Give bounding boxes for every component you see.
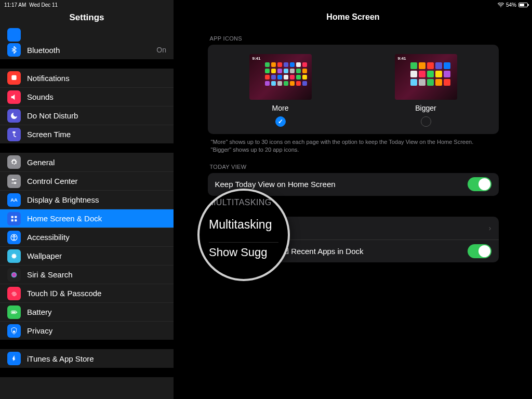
status-date: Wed Dec 11 — [29, 2, 58, 8]
sounds-icon — [7, 90, 21, 104]
sidebar-item-label: Accessibility — [27, 233, 70, 242]
today-view-toggle[interactable] — [468, 177, 491, 191]
battery-percent: 54% — [506, 2, 516, 8]
wifi-icon — [7, 28, 21, 42]
sidebar-item-label: Do Not Disturb — [27, 111, 78, 120]
sidebar-item-battery[interactable]: Battery — [0, 302, 174, 321]
sidebar-item-homescreen[interactable]: Home Screen & Dock — [0, 209, 174, 228]
privacy-icon — [7, 324, 21, 338]
magnifier-main: Multitasking — [209, 218, 278, 232]
svg-rect-18 — [17, 311, 17, 313]
radio-bigger[interactable] — [421, 116, 431, 127]
accessibility-icon — [7, 231, 21, 244]
controlcenter-icon — [7, 175, 21, 188]
sidebar-item-label: Touch ID & Passcode — [27, 289, 101, 298]
svg-rect-19 — [12, 311, 16, 313]
screentime-icon — [7, 128, 21, 141]
siri-icon — [7, 268, 21, 282]
chevron-right-icon: › — [489, 224, 491, 232]
icon-choice-bigger-label: Bigger — [415, 104, 436, 112]
svg-rect-10 — [15, 216, 17, 218]
svg-point-0 — [500, 6, 501, 7]
svg-rect-11 — [11, 219, 14, 221]
sidebar-item-sounds[interactable]: Sounds — [0, 87, 174, 106]
app-icons-header: APP ICONS — [208, 35, 499, 45]
svg-rect-12 — [15, 219, 17, 221]
sidebar-item-touchid[interactable]: Touch ID & Passcode — [0, 284, 174, 302]
sidebar-item-accessibility[interactable]: Accessibility — [0, 228, 174, 246]
homescreen-icon — [7, 212, 21, 225]
touchid-icon — [7, 287, 21, 300]
sidebar-item-wallpaper[interactable]: Wallpaper — [0, 246, 174, 265]
sidebar-item-screentime[interactable]: Screen Time — [0, 125, 174, 143]
bluetooth-icon — [7, 43, 21, 57]
app-icons-caption: "More" shows up to 30 icons on each page… — [208, 134, 499, 164]
icon-choice-more[interactable]: 9:41 More — [249, 54, 312, 127]
svg-point-14 — [14, 235, 15, 236]
svg-point-5 — [12, 179, 14, 180]
sidebar-item-controlcenter[interactable]: Control Center — [0, 171, 174, 190]
sidebar-item-bluetooth[interactable]: BluetoothOn — [0, 41, 174, 59]
magnifier-header: MULTITASKING — [209, 198, 278, 207]
magnifier-overlay: MULTITASKING Multitasking Show Sugg — [197, 189, 290, 281]
icon-choice-bigger[interactable]: 9:41 Bigger — [395, 54, 457, 127]
svg-point-3 — [14, 134, 15, 135]
sidebar-item-privacy[interactable]: Privacy — [0, 321, 174, 340]
svg-text:AA: AA — [10, 197, 18, 203]
radio-more[interactable] — [275, 116, 286, 127]
sidebar-item-label: Display & Brightness — [27, 195, 99, 204]
sidebar-item-label: Notifications — [27, 74, 70, 83]
svg-rect-2 — [12, 131, 15, 133]
sidebar-item-label: Wallpaper — [27, 251, 62, 260]
sidebar-item-appstore[interactable]: iTunes & App Store — [0, 349, 174, 368]
page-title: Home Screen — [326, 9, 379, 35]
sidebar-item-label: iTunes & App Store — [27, 354, 94, 363]
sidebar-title: Settings — [0, 9, 174, 29]
sidebar-item-siri[interactable]: Siri & Search — [0, 265, 174, 284]
sidebar-item-label: Bluetooth — [27, 46, 60, 55]
sidebar-item-label: Siri & Search — [27, 270, 73, 279]
magnifier-sub: Show Sugg — [209, 242, 278, 259]
preview-time: 9:41 — [252, 56, 261, 61]
today-view-header: TODAY VIEW — [208, 164, 499, 173]
sidebar-item-value: On — [156, 46, 166, 54]
appstore-icon — [7, 352, 21, 365]
sidebar-item-label: Home Screen & Dock — [27, 214, 102, 223]
sidebar-item-label: Privacy — [27, 326, 52, 335]
today-view-label: Keep Today View on Home Screen — [215, 180, 468, 189]
wifi-icon — [498, 3, 504, 7]
battery-icon — [7, 305, 21, 319]
svg-point-15 — [12, 254, 16, 258]
svg-point-7 — [15, 182, 16, 184]
sidebar-item-dnd[interactable]: Do Not Disturb — [0, 106, 174, 125]
general-icon — [7, 155, 21, 169]
notifications-icon — [7, 71, 21, 85]
svg-point-16 — [11, 272, 17, 277]
sidebar-item-truncated[interactable] — [0, 29, 174, 41]
app-icons-card: 9:41 More 9:41 Bigger — [208, 45, 499, 134]
dnd-icon — [7, 109, 21, 123]
icon-choice-more-label: More — [272, 104, 289, 112]
sidebar-item-general[interactable]: General — [0, 153, 174, 171]
recent-apps-toggle[interactable] — [468, 244, 491, 258]
preview-time: 9:41 — [398, 56, 406, 61]
sidebar-item-label: General — [27, 158, 55, 167]
display-icon: AA — [7, 193, 21, 207]
sidebar-item-label: Control Center — [27, 177, 78, 185]
status-time: 11:17 AM — [4, 2, 26, 8]
svg-rect-9 — [11, 216, 14, 218]
battery-icon — [518, 3, 528, 7]
wallpaper-icon — [7, 249, 21, 263]
sidebar-item-label: Sounds — [27, 92, 54, 101]
settings-sidebar: Settings BluetoothOnNotificationsSoundsD… — [0, 0, 174, 399]
sidebar-item-display[interactable]: AADisplay & Brightness — [0, 190, 174, 209]
sidebar-item-label: Screen Time — [27, 130, 71, 139]
sidebar-item-notifications[interactable]: Notifications — [0, 69, 174, 87]
svg-rect-1 — [11, 75, 16, 80]
sidebar-item-label: Battery — [27, 308, 52, 316]
status-bar: 11:17 AM Wed Dec 11 54% — [0, 0, 532, 9]
